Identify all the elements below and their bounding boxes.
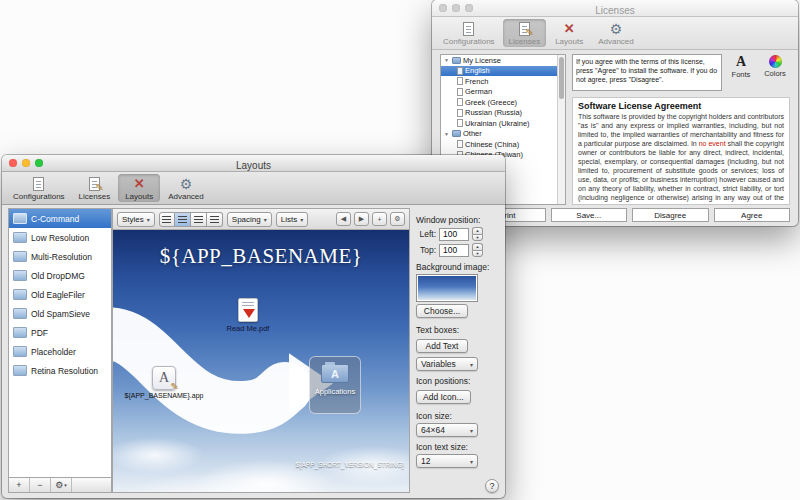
toolbar-item-configurations[interactable]: Configurations xyxy=(7,174,71,202)
tree-item-ukrainian[interactable]: Ukrainian (Ukraine) xyxy=(441,118,565,129)
license-instruction-field[interactable]: If you agree with the terms of this lice… xyxy=(572,54,722,91)
tree-item-greek[interactable]: Greek (Greece) xyxy=(441,97,565,108)
align-center-button[interactable] xyxy=(175,212,191,227)
toolbar-item-layouts[interactable]: ✕ Layouts xyxy=(548,19,590,47)
disclosure-icon[interactable]: ▼ xyxy=(444,57,450,63)
readme-pdf-icon[interactable]: Read Me.pdf xyxy=(216,298,280,333)
licenses-titlebar[interactable]: Licenses xyxy=(432,0,798,17)
minimize-button[interactable] xyxy=(452,4,460,12)
disagree-label-field[interactable]: Disagree xyxy=(632,208,709,222)
tree-item-german[interactable]: German xyxy=(441,87,565,98)
variables-dropdown[interactable]: Variables ▾ xyxy=(416,357,478,371)
add-layout-button[interactable]: + xyxy=(9,478,30,492)
zoom-button[interactable] xyxy=(465,4,473,12)
styles-dropdown[interactable]: Styles ▾ xyxy=(117,212,155,227)
stepper-up-button[interactable]: ▲ xyxy=(472,243,483,250)
toolbar-item-licenses[interactable]: ✎ Licenses xyxy=(73,174,117,202)
layouts-titlebar[interactable]: Layouts xyxy=(2,155,505,172)
tree-item-russian[interactable]: Russian (Russia) xyxy=(441,108,565,119)
version-textbox[interactable]: ${APP_SHORT_VERSION_STRING} xyxy=(296,461,404,468)
layout-item-c-command[interactable]: C-Command xyxy=(9,209,111,228)
window-title: Layouts xyxy=(236,160,271,171)
stepper-down-button[interactable]: ▼ xyxy=(472,234,483,242)
toolbar-item-licenses[interactable]: ✎ Licenses xyxy=(503,19,547,47)
top-field[interactable]: 100 xyxy=(439,244,469,257)
applications-folder-icon[interactable]: A Applications xyxy=(309,356,361,414)
add-text-button[interactable]: Add Text xyxy=(416,339,468,353)
tree-item-french[interactable]: French xyxy=(441,76,565,87)
layout-item-retina-resolution[interactable]: Retina Resolution xyxy=(9,361,111,380)
remove-layout-button[interactable]: − xyxy=(30,478,51,492)
fonts-button[interactable]: A Fonts xyxy=(726,54,756,79)
tree-scrollbar[interactable] xyxy=(557,55,565,204)
toolbar-item-configurations[interactable]: Configurations xyxy=(437,19,501,47)
add-icon-button[interactable]: Add Icon... xyxy=(416,390,471,404)
tree-group-my-license[interactable]: ▼ My License xyxy=(441,55,565,66)
disclosure-icon[interactable]: ▼ xyxy=(444,131,450,137)
folder-icon xyxy=(452,130,461,137)
licenses-icon: ✎ xyxy=(519,22,530,36)
layouts-toolbar: Configurations ✎ Licenses ✕ Layouts ⚙ Ad… xyxy=(2,172,505,205)
forward-button[interactable]: ▶ xyxy=(354,212,369,226)
save-label-field[interactable]: Save... xyxy=(551,208,628,222)
icon-size-dropdown[interactable]: 64×64 ▾ xyxy=(416,423,478,437)
help-button[interactable]: ? xyxy=(485,479,499,493)
left-field[interactable]: 100 xyxy=(439,228,469,241)
layout-thumbnail-icon xyxy=(13,213,27,224)
layout-editor: Styles ▾ Spacing ▾ Lists ▾ xyxy=(112,208,410,493)
stepper-down-button[interactable]: ▼ xyxy=(472,250,483,258)
left-label: Left: xyxy=(416,229,436,239)
align-justify-icon xyxy=(210,216,219,223)
layout-item-old-dropdmg[interactable]: Old DropDMG xyxy=(9,266,111,285)
icon-text-size-dropdown[interactable]: 12 ▾ xyxy=(416,454,478,468)
close-button[interactable] xyxy=(9,159,17,167)
zoom-button[interactable] xyxy=(35,159,43,167)
layout-item-pdf[interactable]: PDF xyxy=(9,323,111,342)
scrollbar-thumb[interactable] xyxy=(559,57,564,99)
canvas-title-textbox[interactable]: ${APP_BASENAME} xyxy=(113,244,409,269)
layout-thumbnail-icon xyxy=(13,327,27,338)
tree-group-other[interactable]: ▼ Other xyxy=(441,129,565,140)
app-bundle-icon[interactable]: A ✎ ${APP_BASENAME}.app xyxy=(119,366,209,399)
license-text-area[interactable]: Software License Agreement This software… xyxy=(572,97,790,205)
tree-item-english[interactable]: English xyxy=(441,66,565,77)
toolbar-item-advanced[interactable]: ⚙ Advanced xyxy=(162,174,210,202)
window-title: Licenses xyxy=(595,5,634,16)
choose-button[interactable]: Choose... xyxy=(416,304,468,318)
colors-button[interactable]: Colors xyxy=(760,54,790,79)
window-controls xyxy=(9,159,43,167)
add-button[interactable]: + xyxy=(372,212,387,226)
close-button[interactable] xyxy=(439,4,447,12)
window-controls xyxy=(439,4,473,12)
stepper-up-button[interactable]: ▲ xyxy=(472,227,483,234)
layout-gear-button[interactable]: ⚙▾ xyxy=(51,478,72,492)
layouts-sidebar: C-Command Low Resolution Multi-Resolutio… xyxy=(8,208,112,493)
toolbar-item-advanced[interactable]: ⚙ Advanced xyxy=(592,19,640,47)
layout-item-multi-resolution[interactable]: Multi-Resolution xyxy=(9,247,111,266)
configurations-icon xyxy=(33,177,44,191)
back-button[interactable]: ◀ xyxy=(336,212,351,226)
lists-dropdown[interactable]: Lists ▾ xyxy=(276,212,308,227)
layout-item-old-spamsieve[interactable]: Old SpamSieve xyxy=(9,304,111,323)
page-icon xyxy=(457,67,463,75)
folder-icon xyxy=(452,57,461,64)
layout-canvas: ${APP_BASENAME} Read Me.pdf A ✎ ${APP_BA… xyxy=(113,230,409,492)
toolbar-item-layouts[interactable]: ✕ Layouts xyxy=(118,174,160,202)
license-heading: Software License Agreement xyxy=(578,101,784,111)
icon-size-label: Icon size: xyxy=(416,411,500,421)
minimize-button[interactable] xyxy=(22,159,30,167)
align-left-button[interactable] xyxy=(159,212,175,227)
readme-label: Read Me.pdf xyxy=(216,324,280,333)
page-icon xyxy=(457,98,463,106)
agree-label-field[interactable]: Agree xyxy=(714,208,791,222)
editor-gear-button[interactable]: ⚙ xyxy=(390,212,405,226)
align-justify-button[interactable] xyxy=(207,212,223,227)
top-label: Top: xyxy=(416,245,436,255)
tree-item-chinese-china[interactable]: Chinese (China) xyxy=(441,139,565,150)
align-right-button[interactable] xyxy=(191,212,207,227)
layout-item-low-resolution[interactable]: Low Resolution xyxy=(9,228,111,247)
background-image-thumbnail[interactable] xyxy=(416,274,478,302)
spacing-dropdown[interactable]: Spacing ▾ xyxy=(227,212,272,227)
layout-item-placeholder[interactable]: Placeholder xyxy=(9,342,111,361)
layout-item-old-eaglefiler[interactable]: Old EagleFiler xyxy=(9,285,111,304)
